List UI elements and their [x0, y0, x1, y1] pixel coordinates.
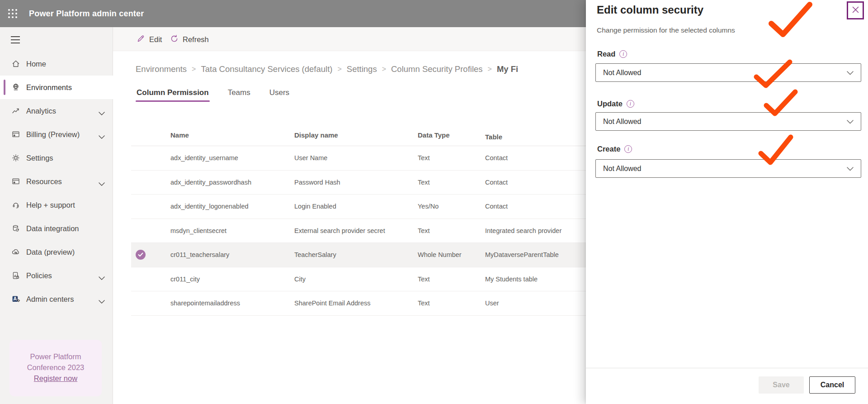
edit-button[interactable]: Edit [137, 33, 162, 45]
table-header: Name Display name Data Type Table↑ [131, 129, 586, 146]
table-row[interactable]: adx_identity_logonenabled Login Enabled … [131, 195, 586, 219]
breadcrumb-environments[interactable]: Environments [136, 64, 187, 74]
table-body: adx_identity_username User Name Text Con… [131, 146, 586, 316]
tab-column-permission[interactable]: Column Permission [137, 88, 209, 102]
create-field-label: Create i [597, 143, 632, 155]
sidebar-item-billing[interactable]: Billing (Preview) [0, 123, 113, 146]
svg-text:A: A [13, 296, 17, 301]
hamburger-icon[interactable] [11, 36, 20, 43]
table-row[interactable]: cr011_city City Text My Students table [131, 267, 586, 292]
read-field-label: Read i [597, 48, 627, 60]
headset-icon [11, 200, 20, 210]
sidebar-item-environments[interactable]: Environments [0, 76, 113, 99]
promo-card: Power Platform Conference 2023 Register … [9, 340, 102, 396]
refresh-icon [170, 34, 179, 45]
info-icon[interactable]: i [627, 100, 634, 108]
chevron-down-icon [99, 180, 105, 188]
table-row[interactable]: sharepointemailaddress SharePoint Email … [131, 291, 586, 316]
save-button[interactable]: Save [759, 376, 804, 394]
chevron-down-icon [99, 109, 105, 117]
globe-icon [11, 83, 20, 92]
close-icon [852, 6, 859, 15]
read-dropdown[interactable]: Not Allowed [595, 63, 861, 82]
tab-bar: Column Permission Teams Users [137, 87, 308, 102]
chevron-down-icon [99, 133, 105, 141]
chevron-down-icon [847, 69, 854, 77]
breadcrumb: Environments > Tata Consultancy Services… [136, 64, 518, 74]
app-window: Power Platform admin center Home Environ… [0, 0, 868, 404]
policies-icon [11, 271, 20, 280]
update-dropdown[interactable]: Not Allowed [595, 112, 861, 131]
gear-icon [11, 153, 20, 163]
table-row-selected[interactable]: cr011_teachersalary TeacherSalary Whole … [131, 243, 586, 267]
home-icon [11, 59, 20, 69]
cancel-button[interactable]: Cancel [809, 376, 855, 394]
update-field-label: Update i [597, 98, 634, 109]
panel-footer: Save Cancel [586, 368, 868, 404]
table-row[interactable]: adx_identity_username User Name Text Con… [131, 146, 586, 171]
breadcrumb-separator: > [192, 65, 196, 73]
register-now-link[interactable]: Register now [34, 373, 77, 384]
close-button[interactable] [847, 1, 864, 19]
sidebar-item-policies[interactable]: Policies [0, 264, 113, 287]
sidebar-item-home[interactable]: Home [0, 52, 113, 76]
chevron-down-icon [847, 165, 854, 173]
breadcrumb-environment-name[interactable]: Tata Consultancy Services (default) [201, 64, 332, 74]
table-row[interactable]: msdyn_clientsecret External search provi… [131, 219, 586, 243]
edit-column-security-panel: Edit column security Change permission f… [586, 0, 868, 404]
breadcrumb-current: My Fi [497, 64, 518, 74]
breadcrumb-separator: > [382, 65, 386, 73]
admin-centers-icon: A [11, 295, 20, 304]
refresh-label: Refresh [183, 35, 209, 44]
sidebar-item-help-support[interactable]: Help + support [0, 193, 113, 217]
breadcrumb-separator: > [337, 65, 341, 73]
table-row[interactable]: adx_identity_passwordhash Password Hash … [131, 171, 586, 195]
chevron-down-icon [99, 297, 105, 305]
sidebar-item-settings[interactable]: Settings [0, 146, 113, 170]
column-header-name[interactable]: Name [170, 131, 189, 140]
edit-label: Edit [149, 35, 162, 44]
billing-icon [11, 130, 20, 139]
panel-title: Edit column security [597, 4, 703, 16]
refresh-button[interactable]: Refresh [170, 33, 209, 45]
sidebar-item-data-integration[interactable]: Data integration [0, 217, 113, 240]
database-icon [11, 224, 20, 233]
breadcrumb-column-security-profiles[interactable]: Column Security Profiles [391, 64, 483, 74]
panel-subtitle: Change permission for the selected colum… [597, 26, 735, 34]
chevron-down-icon [847, 118, 854, 126]
column-header-data-type[interactable]: Data Type [418, 131, 450, 140]
tab-teams[interactable]: Teams [228, 88, 250, 102]
sort-ascending-icon: ↑ [488, 133, 491, 142]
pencil-icon [137, 34, 145, 45]
cloud-icon [11, 247, 20, 257]
waffle-menu-icon[interactable] [0, 0, 25, 27]
app-title: Power Platform admin center [29, 9, 144, 19]
chevron-down-icon [99, 274, 105, 282]
resources-icon [11, 177, 20, 186]
tab-users[interactable]: Users [269, 88, 289, 102]
column-header-display-name[interactable]: Display name [294, 131, 338, 140]
breadcrumb-separator: > [488, 65, 492, 73]
sidebar-item-data-preview[interactable]: Data (preview) [0, 240, 113, 264]
sidebar-nav: Home Environments Analytics [0, 52, 113, 311]
sidebar-item-admin-centers[interactable]: A Admin centers [0, 287, 113, 311]
analytics-icon [11, 106, 20, 116]
info-icon[interactable]: i [619, 50, 627, 58]
sidebar-item-analytics[interactable]: Analytics [0, 99, 113, 123]
promo-line2: Conference 2023 [9, 362, 102, 373]
selected-check-icon[interactable] [136, 250, 146, 260]
breadcrumb-settings[interactable]: Settings [347, 64, 377, 74]
promo-line1: Power Platform [9, 351, 102, 362]
sidebar-item-resources[interactable]: Resources [0, 170, 113, 193]
info-icon[interactable]: i [624, 145, 632, 153]
create-dropdown[interactable]: Not Allowed [595, 159, 861, 178]
sidebar: Home Environments Analytics [0, 27, 113, 404]
